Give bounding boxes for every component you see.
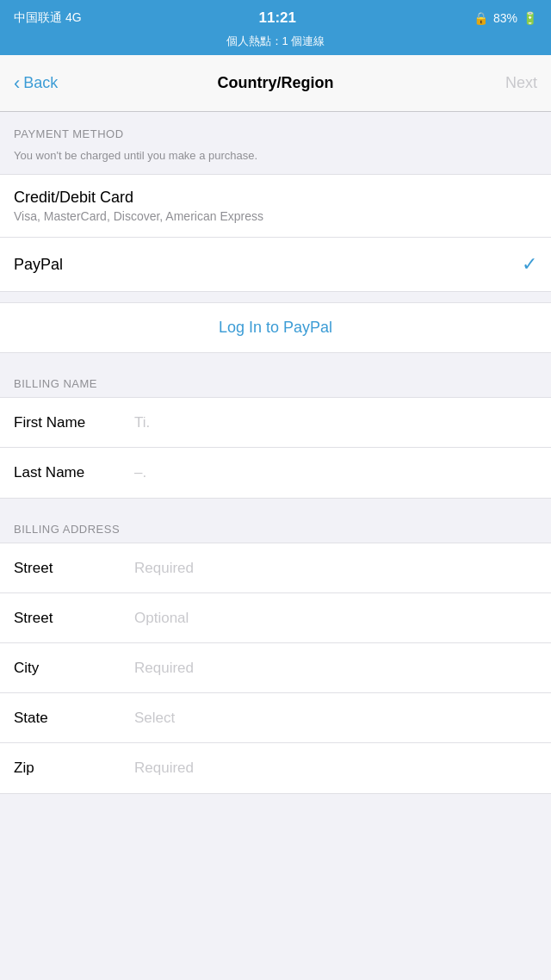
state-row[interactable]: State [0,693,551,743]
last-name-row[interactable]: Last Name [0,448,551,498]
paypal-checkmark-icon: ✓ [522,253,537,276]
payment-method-subheader: You won't be charged until you make a pu… [0,147,551,174]
carrier-signal: 中国联通 4G [14,10,82,26]
last-name-label: Last Name [14,464,134,481]
back-label[interactable]: Back [23,74,58,92]
login-paypal-button[interactable]: Log In to PayPal [0,303,551,352]
back-button[interactable]: ‹ Back [14,72,83,95]
paypal-label: PayPal [14,256,63,274]
clock: 11:21 [259,9,296,27]
status-icons: 🔒 83% 🔋 [474,11,537,25]
nav-bar: ‹ Back Country/Region Next [0,55,551,112]
zip-label: Zip [14,760,134,777]
paypal-row[interactable]: PayPal ✓ [0,238,551,291]
zip-input[interactable] [134,760,537,777]
gap-2 [0,353,551,362]
hotspot-label: 個人熱點：1 個連線 [226,34,325,53]
last-name-input[interactable] [134,464,537,481]
street2-label: Street [14,610,134,627]
city-input[interactable] [134,660,537,677]
status-bar: 中国联通 4G 11:21 🔒 83% 🔋 個人熱點：1 個連線 [0,0,551,55]
street2-row[interactable]: Street [0,593,551,643]
next-button[interactable]: Next [468,74,537,92]
credit-card-subtitle: Visa, MasterCard, Discover, American Exp… [14,209,537,223]
first-name-label: First Name [14,414,134,431]
payment-method-header: PAYMENT METHOD [0,112,551,147]
payment-method-section: Credit/Debit Card Visa, MasterCard, Disc… [0,174,551,292]
street1-row[interactable]: Street [0,543,551,593]
lock-icon: 🔒 [474,11,488,25]
city-label: City [14,660,134,677]
billing-name-header: BILLING NAME [0,362,551,397]
state-input[interactable] [134,710,537,727]
first-name-input[interactable] [134,414,537,431]
battery-text: 83% [493,11,517,25]
city-row[interactable]: City [0,643,551,693]
billing-name-section: First Name Last Name [0,397,551,499]
back-chevron-icon: ‹ [14,72,20,95]
state-label: State [14,710,134,727]
credit-card-row[interactable]: Credit/Debit Card Visa, MasterCard, Disc… [0,175,551,238]
credit-card-title: Credit/Debit Card [14,189,537,207]
billing-address-header: BILLING ADDRESS [0,507,551,543]
zip-row[interactable]: Zip [0,743,551,793]
street2-input[interactable] [134,610,537,627]
billing-address-section: Street Street City State Zip [0,543,551,794]
gap-1 [0,292,551,301]
first-name-row[interactable]: First Name [0,398,551,448]
street1-input[interactable] [134,560,537,577]
battery-icon: 🔋 [523,11,537,25]
street1-label: Street [14,560,134,577]
gap-3 [0,499,551,507]
login-section: Log In to PayPal [0,302,551,353]
page-title: Country/Region [83,74,468,92]
